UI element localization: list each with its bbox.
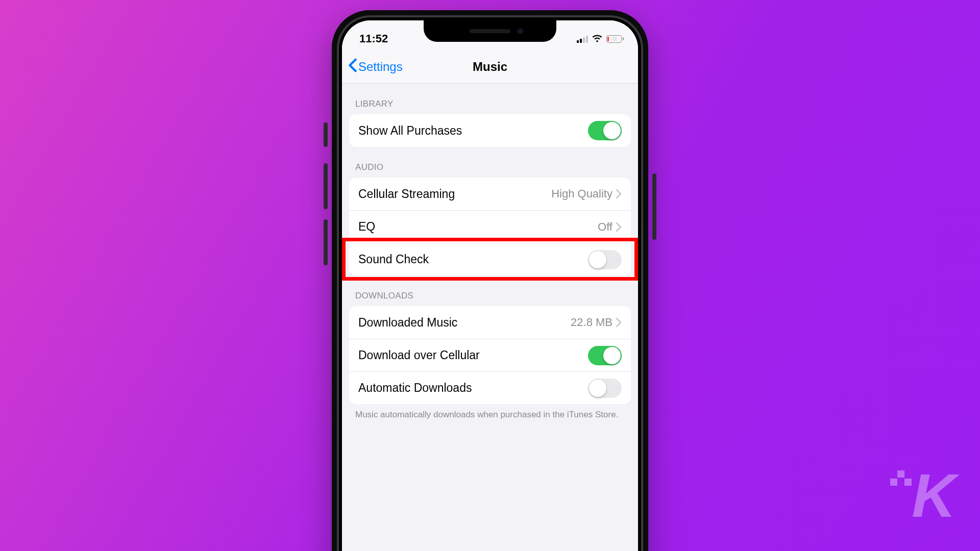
battery-percent: 13	[607, 36, 621, 42]
cellular-signal-icon	[577, 35, 588, 43]
chevron-right-icon	[616, 317, 622, 328]
download-over-cellular-toggle[interactable]	[588, 346, 622, 365]
show-all-purchases-toggle[interactable]	[588, 121, 622, 140]
chevron-left-icon	[348, 58, 357, 76]
watermark-logo: K	[912, 460, 952, 531]
wifi-icon	[592, 35, 602, 43]
download-over-cellular-row[interactable]: Download over Cellular	[349, 339, 631, 371]
section-header-audio: AUDIO	[342, 147, 638, 178]
automatic-downloads-label: Automatic Downloads	[358, 381, 588, 395]
chevron-right-icon	[616, 189, 622, 199]
sound-check-row[interactable]: Sound Check	[349, 243, 631, 276]
phone-screen: 11:52 13	[342, 20, 638, 551]
phone-volume-down	[324, 219, 328, 265]
automatic-downloads-toggle[interactable]	[588, 379, 622, 398]
group-library: Show All Purchases	[349, 114, 631, 147]
show-all-purchases-row[interactable]: Show All Purchases	[349, 114, 631, 147]
cellular-streaming-value: High Quality	[551, 187, 612, 201]
eq-value: Off	[598, 220, 612, 234]
status-time: 11:52	[359, 32, 388, 45]
phone-frame: 11:52 13	[332, 10, 648, 551]
chevron-right-icon	[616, 222, 622, 232]
navigation-bar: Settings Music	[342, 50, 638, 84]
show-all-purchases-label: Show All Purchases	[358, 124, 588, 138]
downloaded-music-label: Downloaded Music	[358, 316, 571, 330]
phone-notch	[424, 20, 556, 42]
section-header-downloads: DOWNLOADS	[342, 276, 638, 306]
group-audio: Cellular Streaming High Quality EQ Off S…	[349, 178, 631, 276]
battery-indicator: 13	[606, 35, 624, 43]
phone-side-button	[652, 173, 656, 240]
eq-label: EQ	[358, 220, 598, 234]
group-downloads: Downloaded Music 22.8 MB Download over C…	[349, 306, 631, 404]
download-over-cellular-label: Download over Cellular	[358, 348, 588, 362]
phone-silent-switch	[324, 122, 328, 147]
cellular-streaming-label: Cellular Streaming	[358, 187, 551, 201]
cellular-streaming-row[interactable]: Cellular Streaming High Quality	[349, 178, 631, 210]
downloaded-music-value: 22.8 MB	[571, 316, 612, 329]
sound-check-toggle[interactable]	[588, 250, 622, 269]
phone-volume-up	[324, 163, 328, 209]
section-header-library: LIBRARY	[342, 84, 638, 114]
sound-check-label: Sound Check	[358, 253, 588, 266]
back-button[interactable]: Settings	[348, 58, 403, 76]
automatic-downloads-row[interactable]: Automatic Downloads	[349, 371, 631, 404]
downloads-footer: Music automatically downloads when purch…	[342, 404, 638, 421]
downloaded-music-row[interactable]: Downloaded Music 22.8 MB	[349, 306, 631, 339]
back-label: Settings	[358, 60, 403, 74]
eq-row[interactable]: EQ Off	[349, 210, 631, 243]
